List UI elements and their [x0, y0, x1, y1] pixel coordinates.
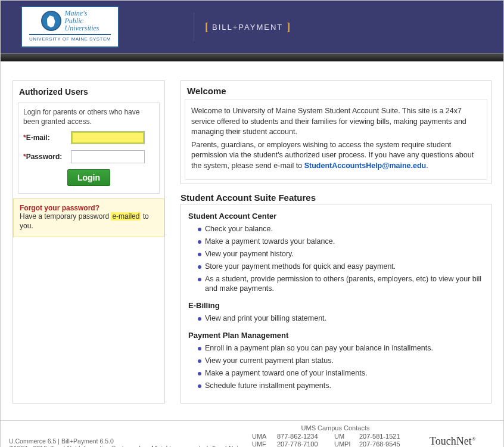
help-email-link[interactable]: StudentAccountsHelp@maine.edu — [304, 162, 427, 170]
maine-state-icon — [41, 11, 61, 31]
content-area: Authorized Users Login for parents or ot… — [1, 61, 503, 420]
password-input[interactable] — [71, 150, 145, 163]
main-column: Welcome Welcome to University of Maine S… — [181, 80, 491, 403]
password-label: *Password: — [23, 153, 71, 161]
list-item: Make a payment towards your balance. — [198, 235, 484, 248]
list-item: Enroll in a payment plan so you can pay … — [198, 342, 484, 355]
contact-code: UM — [334, 433, 359, 440]
footer: U.Commerce 6.5 | Bill+Payment 6.5.0 ©199… — [1, 420, 503, 447]
features-title: Student Account Suite Features — [181, 193, 491, 204]
email-label: *E-mail: — [23, 134, 71, 142]
touchnet-logo-text: TouchNet® — [430, 435, 495, 447]
contact-phone: 207-581-1521 — [359, 433, 416, 440]
welcome-paragraph-1: Welcome to University of Maine System St… — [191, 106, 481, 138]
contact-phone: 207-768-9545 — [359, 440, 416, 447]
list-item: Store your payment methods for quick and… — [198, 260, 484, 273]
ebill-title: E-Billing — [188, 301, 484, 310]
login-panel: Authorized Users Login for parents or ot… — [13, 80, 165, 403]
list-item: Schedule future installment payments. — [198, 380, 484, 392]
features-section: Student Account Suite Features Student A… — [181, 193, 491, 403]
list-item: Check your balance. — [198, 223, 484, 235]
footer-left: U.Commerce 6.5 | Bill+Payment 6.5.0 ©199… — [9, 424, 241, 447]
ppm-title: Payment Plan Management — [188, 331, 484, 340]
bill-payment-label: [ BILL+PAYMENT ] — [194, 1, 290, 53]
forgot-password-text: Have a temporary password e-mailed to yo… — [20, 212, 158, 231]
ebill-list: View and print your billing statement. — [188, 312, 484, 328]
contact-phone: 877-862-1234 — [277, 433, 334, 440]
login-intro: Login for parents or others who have bee… — [23, 108, 154, 126]
contacts-title: UMS Campus Contacts — [252, 424, 419, 432]
list-item: Make a payment toward one of your instal… — [198, 367, 484, 380]
login-button[interactable]: Login — [67, 169, 110, 186]
welcome-title: Welcome — [181, 81, 491, 98]
nav-bar — [1, 53, 503, 61]
touchnet-logo: TouchNet® + Heartland — [430, 424, 495, 447]
forgot-password-link[interactable]: Forgot your password? — [20, 204, 158, 212]
sac-title: Student Account Center — [188, 212, 484, 221]
welcome-panel: Welcome Welcome to University of Maine S… — [181, 80, 491, 184]
login-form: Login for parents or others who have bee… — [18, 103, 160, 194]
features-panel: Student Account Center Check your balanc… — [181, 204, 491, 403]
page: Maine's Public Universities UNIVERSITY O… — [0, 0, 504, 447]
contact-code: UMA — [252, 433, 277, 440]
footer-copyright: ©1997 - 2016. TouchNet Information Syste… — [9, 445, 202, 447]
ppm-list: Enroll in a payment plan so you can pay … — [188, 342, 484, 396]
list-item: As a student, provide permission to othe… — [198, 273, 484, 296]
list-item: View your current payment plan status. — [198, 355, 484, 367]
campus-contacts: UMS Campus Contacts UMA 877-862-1234 UM … — [252, 424, 419, 447]
list-item: View your payment history. — [198, 248, 484, 260]
header-bar: Maine's Public Universities UNIVERSITY O… — [1, 1, 503, 53]
emailed-link[interactable]: e-mailed — [111, 212, 141, 221]
password-row: *Password: — [23, 150, 154, 163]
welcome-body: Welcome to University of Maine System St… — [185, 100, 487, 180]
welcome-paragraph-2: Parents, guardians, or employers wishing… — [191, 140, 481, 172]
sac-list: Check your balance. Make a payment towar… — [188, 223, 484, 299]
list-item: View and print your billing statement. — [198, 312, 484, 325]
email-input[interactable] — [71, 131, 145, 144]
contact-phone: 207-778-7100 — [277, 440, 334, 447]
logo-subtitle: UNIVERSITY OF MAINE SYSTEM — [29, 34, 111, 42]
login-title: Authorized Users — [13, 81, 164, 100]
logo-text: Maine's Public Universities — [65, 10, 99, 32]
contacts-grid: UMA 877-862-1234 UM 207-581-1521 UMF 207… — [252, 433, 419, 447]
forgot-password-box: Forgot your password? Have a temporary p… — [13, 198, 164, 237]
contact-code: UMPI — [334, 440, 359, 447]
university-logo: Maine's Public Universities UNIVERSITY O… — [21, 6, 119, 48]
email-row: *E-mail: — [23, 131, 154, 144]
footer-version: U.Commerce 6.5 | Bill+Payment 6.5.0 — [9, 437, 241, 445]
contact-code: UMF — [252, 440, 277, 447]
